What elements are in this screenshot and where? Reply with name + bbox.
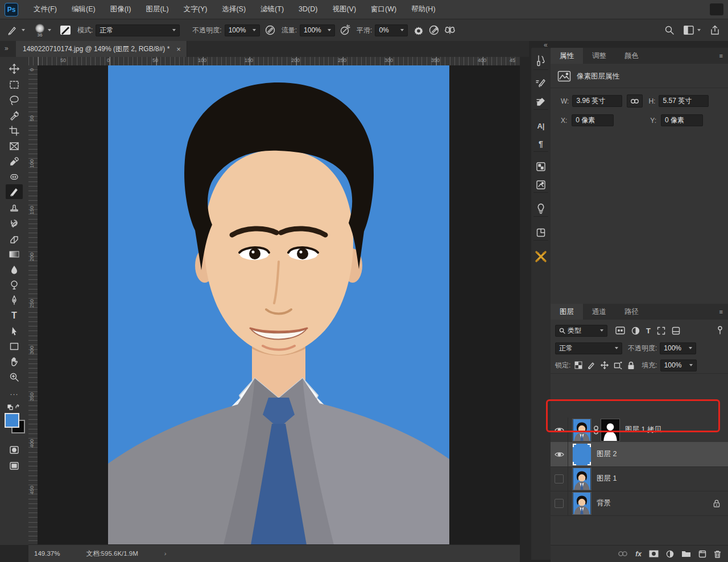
layer-name[interactable]: 图层 1 (597, 474, 617, 484)
tab-channels[interactable]: 通道 (583, 304, 615, 320)
tool-preset-picker[interactable] (7, 24, 25, 36)
move-tool[interactable] (6, 61, 23, 76)
foreground-color-swatch[interactable] (5, 413, 19, 428)
filter-smart-objects-icon[interactable] (672, 327, 680, 335)
window-control[interactable] (710, 3, 723, 15)
pen-tool[interactable] (6, 293, 23, 308)
clone-stamp-tool[interactable] (6, 200, 23, 215)
menu-view[interactable]: 视图(V) (325, 0, 363, 19)
gradient-tool[interactable] (6, 247, 23, 262)
flow-input[interactable]: 100% (300, 24, 335, 36)
learn-panel-icon[interactable] (531, 200, 551, 217)
brush-settings-panel-icon[interactable] (531, 75, 551, 92)
plugins-panel-icon[interactable] (531, 248, 551, 265)
ruler-horizontal[interactable]: 50 0 50 100 150 200 250 300 350 400 45 (28, 57, 520, 66)
x-input[interactable]: 0 像素 (572, 114, 614, 126)
tab-layers[interactable]: 图层 (551, 304, 583, 320)
eyedropper-tool[interactable] (6, 154, 23, 169)
healing-brush-tool[interactable] (6, 170, 23, 184)
toggle-brush-settings-button[interactable] (59, 24, 72, 36)
menu-filter[interactable]: 滤镜(T) (253, 0, 291, 19)
status-chevron-icon[interactable]: › (164, 550, 167, 557)
menu-layer[interactable]: 图层(L) (138, 0, 176, 19)
zoom-level-field[interactable]: 149.37% (34, 550, 60, 557)
new-adjustment-layer-icon[interactable] (666, 550, 674, 558)
ruler-vertical[interactable]: 0 50 100 150 200 250 300 350 400 450 (28, 65, 38, 545)
layer-mask-thumbnail[interactable] (601, 419, 619, 441)
menu-help[interactable]: 帮助(H) (404, 0, 442, 19)
menu-edit[interactable]: 编辑(E) (64, 0, 103, 19)
rectangle-shape-tool[interactable] (6, 339, 23, 354)
quick-mask-button[interactable] (6, 443, 23, 457)
mask-link-icon[interactable] (593, 425, 599, 435)
layer-row-1-copy[interactable]: 图层 1 拷贝 (551, 418, 728, 443)
blend-mode-select[interactable]: 正常 (555, 342, 622, 354)
layer-filter-select[interactable]: 类型 (555, 325, 607, 337)
panel-menu-icon[interactable]: ≡ (719, 308, 723, 315)
tab-paths[interactable]: 路径 (615, 304, 648, 320)
path-selection-tool[interactable] (6, 324, 23, 338)
document-tab[interactable]: 1480220710174.jpg @ 149% (图层 2, RGB/8#) … (16, 41, 187, 57)
visibility-toggle[interactable] (551, 491, 568, 515)
pressure-opacity-button[interactable] (264, 24, 276, 36)
visibility-toggle[interactable] (551, 466, 568, 491)
menu-image[interactable]: 图像(I) (103, 0, 139, 19)
height-input[interactable]: 5.57 英寸 (659, 95, 709, 107)
glyphs-panel-icon[interactable] (531, 158, 551, 175)
blur-tool[interactable] (6, 262, 23, 277)
menu-window[interactable]: 窗口(W) (363, 0, 404, 19)
photo-canvas[interactable] (108, 65, 449, 545)
eraser-tool[interactable] (6, 232, 23, 246)
blend-mode-select[interactable]: 正常 (96, 24, 180, 36)
layers-opacity-input[interactable]: 100% (660, 342, 696, 354)
quick-selection-tool[interactable] (6, 108, 23, 123)
filter-shape-layers-icon[interactable] (657, 327, 665, 335)
fill-input[interactable]: 100% (660, 359, 697, 371)
menu-3d[interactable]: 3D(D) (291, 0, 325, 19)
menu-select[interactable]: 选择(S) (214, 0, 253, 19)
width-input[interactable]: 3.96 英寸 (572, 95, 622, 107)
lock-pixels-icon[interactable] (588, 361, 595, 369)
link-dimensions-button[interactable] (627, 94, 643, 108)
panel-menu-icon[interactable]: ≡ (719, 52, 723, 59)
smoothing-options-button[interactable] (413, 25, 424, 35)
photoshop-logo-icon[interactable]: Ps (5, 3, 18, 16)
layer-thumbnail[interactable] (573, 419, 591, 441)
history-brush-tool[interactable] (6, 216, 23, 230)
filter-toggle-icon[interactable] (717, 326, 723, 335)
type-tool[interactable]: T (6, 308, 23, 323)
rectangular-marquee-tool[interactable] (6, 77, 23, 92)
layer-row-1[interactable]: 图层 1 (551, 466, 728, 491)
layer-effects-icon[interactable]: fx (635, 550, 642, 558)
brushes-panel-icon[interactable] (531, 52, 551, 69)
delete-layer-icon[interactable] (714, 550, 721, 558)
filter-adjustment-layers-icon[interactable] (631, 327, 640, 335)
y-input[interactable]: 0 像素 (661, 114, 703, 126)
clone-source-panel-icon[interactable] (531, 93, 551, 110)
layer-name[interactable]: 图层 1 拷贝 (625, 425, 661, 435)
symmetry-butterfly-button[interactable] (444, 25, 456, 35)
tab-properties[interactable]: 属性 (551, 48, 583, 64)
visibility-toggle[interactable] (551, 442, 568, 466)
tab-color[interactable]: 颜色 (615, 48, 648, 64)
link-layers-icon[interactable] (618, 551, 628, 557)
layer-row-2[interactable]: 图层 2 (551, 442, 728, 467)
canvas-pasteboard[interactable] (38, 65, 520, 545)
close-tab-icon[interactable]: × (176, 45, 181, 53)
slice-tool[interactable] (6, 139, 23, 154)
brush-preset-picker[interactable]: 36 (31, 24, 51, 37)
libraries-panel-icon[interactable] (531, 224, 551, 241)
filter-pixel-layers-icon[interactable] (615, 327, 625, 334)
opacity-input[interactable]: 100% (225, 24, 260, 36)
lock-transparent-icon[interactable] (574, 361, 582, 369)
search-icon[interactable] (664, 25, 675, 35)
layer-name[interactable]: 图层 2 (597, 449, 617, 459)
paragraph-panel-icon[interactable]: ¶ (531, 135, 551, 152)
character-panel-icon[interactable]: A| (531, 117, 551, 134)
tab-overflow-chevron[interactable]: » (5, 44, 9, 52)
smoothing-input[interactable]: 0% (375, 24, 408, 36)
edit-toolbar-button[interactable]: ··· (6, 387, 23, 402)
default-swap-colors[interactable] (6, 402, 23, 412)
new-layer-icon[interactable] (698, 550, 706, 558)
menu-file[interactable]: 文件(F) (26, 0, 64, 19)
